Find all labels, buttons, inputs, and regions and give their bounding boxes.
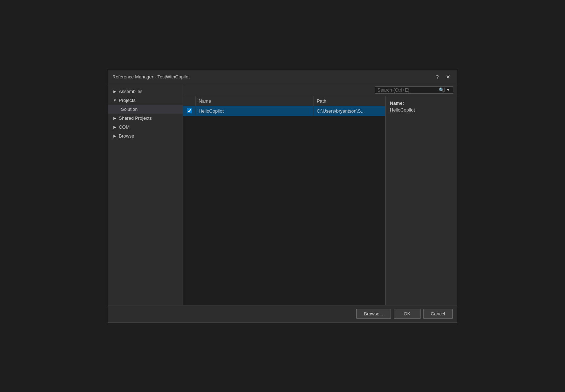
shared-projects-arrow: ▶ <box>112 115 117 120</box>
sidebar-item-com[interactable]: ▶ COM <box>108 123 183 131</box>
close-button[interactable]: ✕ <box>444 73 453 81</box>
cancel-button[interactable]: Cancel <box>423 309 453 319</box>
browse-button[interactable]: Browse... <box>356 309 391 319</box>
td-checkbox[interactable] <box>183 106 196 115</box>
th-path: Path <box>314 96 385 106</box>
details-panel: Name: HelloCopilot <box>386 96 457 305</box>
projects-label: Projects <box>119 98 136 103</box>
td-name: HelloCopilot <box>196 106 314 116</box>
footer: Browse... OK Cancel <box>108 305 457 322</box>
sidebar-item-browse[interactable]: ▶ Browse <box>108 131 183 140</box>
th-name: Name <box>196 96 314 106</box>
com-arrow: ▶ <box>112 124 117 129</box>
table-header: Name Path <box>183 96 385 106</box>
sidebar-item-shared-projects[interactable]: ▶ Shared Projects <box>108 114 183 123</box>
table-area: Name Path HelloCopilot C:\Users\bryantso… <box>183 96 386 305</box>
sidebar-item-solution[interactable]: Solution <box>108 105 183 114</box>
right-panel: 🔍 ▼ Name Path <box>183 84 457 305</box>
reference-manager-dialog: Reference Manager - TestWithCopilot ? ✕ … <box>108 70 457 323</box>
browse-arrow: ▶ <box>112 133 117 138</box>
com-label: COM <box>119 124 129 130</box>
dialog-title: Reference Manager - TestWithCopilot <box>112 74 190 79</box>
td-path: C:\Users\bryantson\S... <box>314 106 385 116</box>
sidebar-item-assemblies[interactable]: ▶ Assemblies <box>108 87 183 96</box>
table-row[interactable]: HelloCopilot C:\Users\bryantson\S... <box>183 106 385 116</box>
search-input[interactable] <box>377 87 437 93</box>
help-button[interactable]: ? <box>434 73 441 81</box>
browse-label: Browse <box>119 133 134 139</box>
assemblies-label: Assemblies <box>119 89 142 94</box>
assemblies-arrow: ▶ <box>112 89 117 94</box>
table-body: HelloCopilot C:\Users\bryantson\S... <box>183 106 385 305</box>
ok-button[interactable]: OK <box>394 309 421 319</box>
details-name-value: HelloCopilot <box>390 107 453 113</box>
projects-arrow: ▼ <box>112 98 117 103</box>
solution-label: Solution <box>121 107 138 112</box>
title-bar-buttons: ? ✕ <box>434 73 453 81</box>
main-content: ▶ Assemblies ▼ Projects Solution ▶ Share… <box>108 84 457 305</box>
sidebar: ▶ Assemblies ▼ Projects Solution ▶ Share… <box>108 84 183 305</box>
top-bar: 🔍 ▼ <box>183 84 457 96</box>
row-checkbox[interactable] <box>187 108 192 113</box>
search-icon: 🔍 <box>439 87 444 93</box>
search-dropdown[interactable]: ▼ <box>444 88 452 92</box>
details-name-label: Name: <box>390 100 453 106</box>
sidebar-item-projects[interactable]: ▼ Projects <box>108 96 183 105</box>
th-checkbox <box>183 96 196 106</box>
search-box[interactable]: 🔍 ▼ <box>375 86 453 94</box>
shared-projects-label: Shared Projects <box>119 115 152 121</box>
title-bar: Reference Manager - TestWithCopilot ? ✕ <box>108 70 457 84</box>
content-area: Name Path HelloCopilot C:\Users\bryantso… <box>183 96 457 305</box>
